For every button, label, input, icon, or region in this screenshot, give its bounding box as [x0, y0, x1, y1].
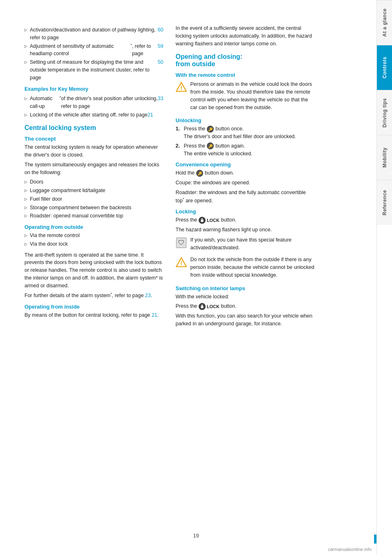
switching-heading: Switching on interior lamps	[176, 285, 314, 291]
convenience-text1: Hold the 🔑 button down.	[176, 169, 314, 177]
with-remote-heading: With the remote control	[176, 72, 314, 78]
left-column: Activation/deactivation and duration of …	[24, 25, 163, 539]
warning-box-lock: ! Do not lock the vehicle from the outsi…	[176, 256, 314, 281]
svg-text:🔑: 🔑	[208, 127, 213, 132]
locking-text2: The hazard warning flashers light up onc…	[176, 226, 314, 234]
intro-bullet-2: Adjustment of sensitivity of automatic h…	[24, 43, 163, 58]
lock-label: LOCK	[207, 217, 219, 224]
sidebar-tab-controls[interactable]: Controls	[377, 45, 392, 90]
intro-bullet-1: Activation/deactivation and duration of …	[24, 26, 163, 42]
concept-heading: The concept	[24, 136, 163, 142]
unlocking-heading: Unlocking	[176, 117, 314, 123]
convenience-heading: Convenience opening	[176, 161, 314, 168]
key-remote-icon-3: 🔑	[196, 170, 203, 177]
page-link-59[interactable]: 59	[158, 43, 163, 50]
carmanuals-logo: carmanualsonline.info	[328, 547, 372, 552]
page-number-bar	[374, 535, 376, 544]
concept-text2: The system simultaneously engages and re…	[24, 161, 163, 177]
concept-text1: The central locking system is ready for …	[24, 143, 163, 159]
main-content: Activation/deactivation and duration of …	[0, 0, 376, 555]
outside-bullet-remote: Via the remote control	[24, 232, 163, 239]
unlocking-step-1: 1. Press the 🔑 button once. The driver's…	[176, 125, 314, 141]
intro-bullet-list: Activation/deactivation and duration of …	[24, 26, 163, 81]
sidebar-tab-driving-tips[interactable]: Driving tips	[377, 90, 392, 135]
lock-circle-icon	[198, 217, 206, 224]
svg-text:!: !	[180, 85, 183, 91]
page-link-50[interactable]: 50	[158, 58, 163, 66]
examples-bullet-1: Automatic call-up* of the driver's seat …	[24, 95, 163, 110]
lock-button-inline-2: LOCK	[198, 303, 219, 310]
tip-box: 🛡 If you wish, you can have this special…	[176, 236, 314, 254]
sidebar-tab-at-a-glance[interactable]: At a glance	[377, 0, 392, 45]
operating-inside-heading: Operating from inside	[24, 304, 163, 310]
operating-inside-text: By means of the button for central locki…	[24, 311, 163, 319]
warning-lock-text: Do not lock the vehicle from the outside…	[190, 256, 314, 279]
sidebar: At a glance Controls Driving tips Mobili…	[376, 0, 392, 555]
concept-bullet-storage: Storage compartment between the backrest…	[24, 204, 163, 212]
sidebar-tab-mobility[interactable]: Mobility	[377, 135, 392, 180]
operating-outside-bullets: Via the remote control Via the door lock	[24, 232, 163, 248]
page-link-23[interactable]: 23	[145, 293, 151, 298]
examples-heading: Examples for Key Memory	[24, 85, 163, 93]
unlocking-step-2: 2. Press the 🔑 button again. The entire …	[176, 142, 314, 158]
page-container: Activation/deactivation and duration of …	[0, 0, 392, 555]
alarm-ref: For further details of the alarm system*…	[24, 291, 163, 300]
switching-text2: Press the LOCK button.	[176, 302, 314, 310]
right-intro-text: In the event of a sufficiently severe ac…	[176, 25, 314, 47]
page-number: 19	[193, 533, 199, 539]
outside-bullet-door: Via the door lock	[24, 240, 163, 248]
key-remote-icon-2: 🔑	[207, 142, 214, 150]
svg-text:🛡: 🛡	[178, 239, 185, 246]
warning-triangle-icon-2: !	[176, 257, 187, 268]
right-column: In the event of a sufficiently severe ac…	[176, 25, 314, 539]
lock-label-2: LOCK	[207, 303, 219, 310]
concept-bullet-roadster: Roadster: opened manual convertible top	[24, 212, 163, 220]
page-link-21a[interactable]: 21	[147, 111, 153, 119]
locking-heading: Locking	[176, 208, 314, 215]
operating-outside-text: The anti-theft system is operated at the…	[24, 251, 163, 290]
svg-text:🔑: 🔑	[208, 144, 213, 149]
opening-closing-heading: Opening and closing:from outside	[176, 53, 314, 68]
concept-bullet-fuel: Fuel filler door	[24, 195, 163, 203]
switching-text1: With the vehicle locked:	[176, 293, 314, 301]
svg-text:🔑: 🔑	[198, 171, 203, 176]
concept-bullet-doors: Doors	[24, 178, 163, 186]
locking-text1: Press the LOCK button.	[176, 216, 314, 224]
concept-bullet-list: Doors Luggage compartment lid/tailgate F…	[24, 178, 163, 220]
central-locking-heading: Central locking system	[24, 124, 163, 132]
unlocking-steps: 1. Press the 🔑 button once. The driver's…	[176, 125, 314, 157]
lock-circle-icon-2	[198, 303, 206, 310]
warning-box-remote: ! Persons or animals in the vehicle coul…	[176, 81, 314, 113]
tip-text: If you wish, you can have this special f…	[190, 236, 314, 252]
lock-button-inline: LOCK	[198, 217, 219, 224]
tip-feature-icon: 🛡	[176, 237, 187, 248]
key-remote-icon-1: 🔑	[207, 125, 214, 133]
page-link-21b[interactable]: 21	[151, 312, 157, 318]
sidebar-tab-reference[interactable]: Reference	[377, 180, 392, 225]
operating-outside-heading: Operating from outside	[24, 224, 163, 230]
intro-bullet-3: Setting unit of measure for displaying t…	[24, 58, 163, 81]
examples-bullet-list: Automatic call-up* of the driver's seat …	[24, 95, 163, 119]
switching-text3: With this function, you can also search …	[176, 312, 314, 328]
concept-bullet-luggage: Luggage compartment lid/tailgate	[24, 187, 163, 195]
warning-remote-text: Persons or animals in the vehicle could …	[190, 81, 314, 111]
convenience-text3: Roadster: the windows and the fully auto…	[176, 189, 314, 205]
convenience-text2: Coupe: the windows are opened.	[176, 179, 314, 187]
warning-triangle-icon: !	[176, 81, 187, 93]
examples-bullet-2: Locking of the vehicle after starting of…	[24, 111, 163, 119]
page-link-60[interactable]: 60	[158, 26, 163, 34]
page-link-33[interactable]: 33	[158, 95, 163, 103]
svg-text:!: !	[180, 260, 183, 266]
